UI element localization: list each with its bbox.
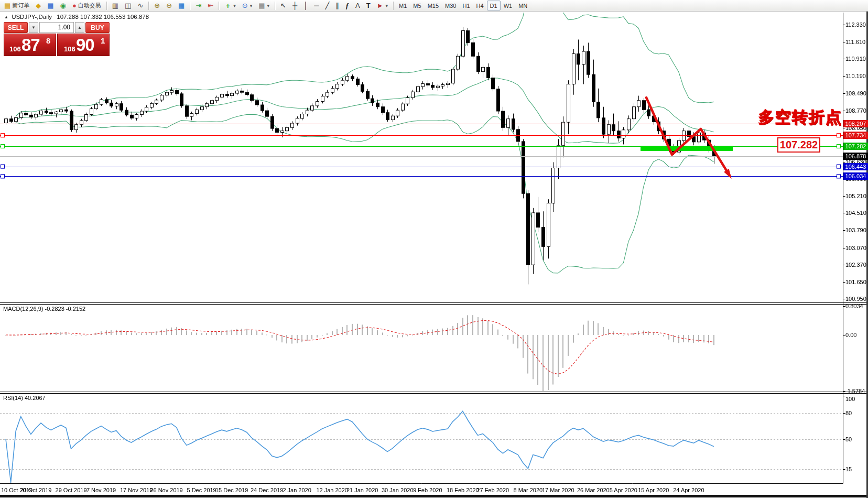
- sell-price-sup: 8: [46, 36, 50, 45]
- macd-tick-label: -1.5784: [845, 388, 868, 394]
- tf-m1-button[interactable]: M1: [396, 1, 410, 10]
- sell-price-box[interactable]: 106 87 8: [4, 34, 56, 56]
- rsi-tick-label: 80: [845, 410, 868, 416]
- toolbar-separator: [190, 2, 190, 10]
- auto-scroll-button[interactable]: ⇥: [192, 1, 204, 10]
- navigator-button[interactable]: ▦: [44, 1, 57, 10]
- date-tick-label: 5 Apr 2020: [610, 487, 637, 493]
- volume-decrease-button[interactable]: ▼: [29, 22, 38, 33]
- tf-m15-button[interactable]: M15: [425, 1, 442, 10]
- indicators-button[interactable]: ＋▾: [221, 1, 239, 10]
- buy-price-small: 106: [64, 45, 75, 53]
- hline-price-tag: 107.734: [843, 132, 868, 139]
- price-tick-label: 101.650: [845, 279, 868, 285]
- candlestick-button[interactable]: ◫: [122, 1, 134, 10]
- zoom-out-button[interactable]: ⊖: [163, 1, 175, 10]
- cursor-button[interactable]: ↖: [277, 1, 289, 10]
- market-watch-button[interactable]: ◆: [32, 1, 44, 10]
- sell-button[interactable]: SELL: [4, 22, 28, 33]
- chart-overlay: ▲ USDJPY-,Daily 107.288 107.332 106.553 …: [0, 0, 868, 498]
- price-tick-label: 112.330: [845, 21, 868, 28]
- terminal-button[interactable]: ◉: [57, 1, 69, 10]
- autotrading-button-label: 自动交易: [78, 2, 101, 9]
- vertical-line-button[interactable]: │: [300, 1, 311, 10]
- market-watch-icon: ◆: [36, 2, 41, 9]
- horizontal-line-icon: ─: [314, 2, 319, 9]
- tf-m5-button[interactable]: M5: [410, 1, 424, 10]
- collapse-arrow-icon[interactable]: ▲: [4, 15, 8, 19]
- autotrading-button[interactable]: ●自动交易: [69, 1, 104, 10]
- date-axis-labels: 10 Oct 201920 Oct 201929 Oct 20197 Nov 2…: [0, 487, 868, 495]
- turning-point-annotation[interactable]: 多空转折点: [758, 107, 842, 128]
- symbol-ohlc: 107.288 107.332 106.553 106.878: [57, 14, 149, 20]
- tf-d1-button[interactable]: D1: [487, 1, 501, 10]
- terminal-icon: ◉: [60, 2, 66, 9]
- text-label-icon: T: [366, 2, 371, 9]
- volume-input[interactable]: 1.00: [39, 22, 74, 33]
- tf-m1-button-label: M1: [399, 3, 407, 9]
- template-icon: ▤: [258, 2, 265, 9]
- tf-h4-button-label: H4: [476, 3, 484, 9]
- auto-scroll-icon: ⇥: [196, 2, 201, 9]
- arrows-button[interactable]: ►▾: [374, 1, 391, 10]
- volume-increase-button[interactable]: ▲: [75, 22, 84, 33]
- crosshair-button[interactable]: ┼: [289, 1, 300, 10]
- tf-m30-button-label: M30: [445, 3, 456, 9]
- text-label-button[interactable]: T: [363, 1, 374, 10]
- dropdown-caret-icon: ▾: [386, 3, 388, 8]
- tf-h1-button-label: H1: [462, 3, 470, 9]
- symbol-label: ▲ USDJPY-,Daily 107.288 107.332 106.553 …: [4, 14, 149, 20]
- date-tick-label: 27 Feb 2020: [476, 487, 509, 493]
- line-chart-button[interactable]: ∿: [134, 1, 146, 10]
- zoom-out-icon: ⊖: [166, 2, 172, 9]
- zoom-in-button[interactable]: ⊕: [151, 1, 163, 10]
- tf-w1-button-label: W1: [504, 3, 513, 9]
- hline-price-tag: 106.034: [843, 172, 868, 180]
- text-button[interactable]: A: [352, 1, 363, 10]
- dropdown-caret-icon: ▾: [267, 3, 269, 8]
- templates-button[interactable]: ▤▾: [255, 1, 273, 10]
- tf-mn-button[interactable]: MN: [515, 1, 530, 10]
- trendline-button[interactable]: ╱: [322, 1, 332, 10]
- hline-price-tag: 107.282: [843, 143, 868, 150]
- toolbar-separator: [148, 2, 149, 10]
- price-tick-label: 111.610: [845, 39, 868, 45]
- buy-price-big: 90: [76, 35, 94, 55]
- buy-price-box[interactable]: 106 90 1: [57, 34, 110, 56]
- trendline-icon: ╱: [325, 2, 329, 9]
- horizontal-line-button[interactable]: ─: [311, 1, 322, 10]
- date-tick-label: 15 Dec 2019: [215, 487, 248, 493]
- clock-icon: ⊙: [242, 2, 248, 9]
- price-callout-box[interactable]: 107.282: [777, 137, 820, 153]
- new-order-button[interactable]: ▤新订单: [1, 1, 32, 10]
- navigator-icon: ▦: [47, 2, 53, 9]
- bar-chart-button[interactable]: ▥: [109, 1, 122, 10]
- symbol-name: USDJPY-,Daily: [12, 14, 52, 20]
- periods-button[interactable]: ⊙▾: [239, 1, 255, 10]
- date-tick-label: 24 Dec 2019: [251, 487, 283, 493]
- text-icon: A: [355, 2, 360, 9]
- new-order-icon: ▤: [4, 2, 10, 9]
- mt4-window: ▤新订单◆▦◉●自动交易▥◫∿⊕⊖▦⇥⇤＋▾⊙▾▤▾↖┼│─╱∥ƒAT►▾M1M…: [0, 0, 868, 498]
- price-tick-label: 104.510: [845, 210, 868, 216]
- chart-shift-button[interactable]: ⇤: [204, 1, 216, 10]
- date-tick-label: 2 Jan 2020: [283, 487, 311, 493]
- date-tick-label: 26 Mar 2020: [577, 487, 610, 493]
- tf-m30-button[interactable]: M30: [442, 1, 459, 10]
- date-tick-label: 12 Jan 2020: [316, 487, 348, 493]
- price-tick-label: 100.950: [845, 296, 868, 302]
- tf-w1-button[interactable]: W1: [501, 1, 516, 10]
- channel-button[interactable]: ∥: [332, 1, 342, 10]
- hline-price-tag: 108.207: [843, 120, 868, 127]
- fibonacci-button[interactable]: ƒ: [342, 1, 352, 10]
- date-tick-label: 18 Feb 2020: [447, 487, 479, 493]
- date-tick-label: 21 Jan 2020: [346, 487, 378, 493]
- buy-button[interactable]: BUY: [85, 22, 110, 33]
- date-tick-label: 15 Apr 2020: [638, 487, 669, 493]
- tf-h1-button[interactable]: H1: [459, 1, 473, 10]
- date-tick-label: 24 Apr 2020: [673, 487, 704, 493]
- crosshair-icon: ┼: [292, 2, 297, 9]
- new-order-button-label: 新订单: [12, 2, 29, 9]
- tile-windows-button[interactable]: ▦: [175, 1, 188, 10]
- tf-h4-button[interactable]: H4: [473, 1, 487, 10]
